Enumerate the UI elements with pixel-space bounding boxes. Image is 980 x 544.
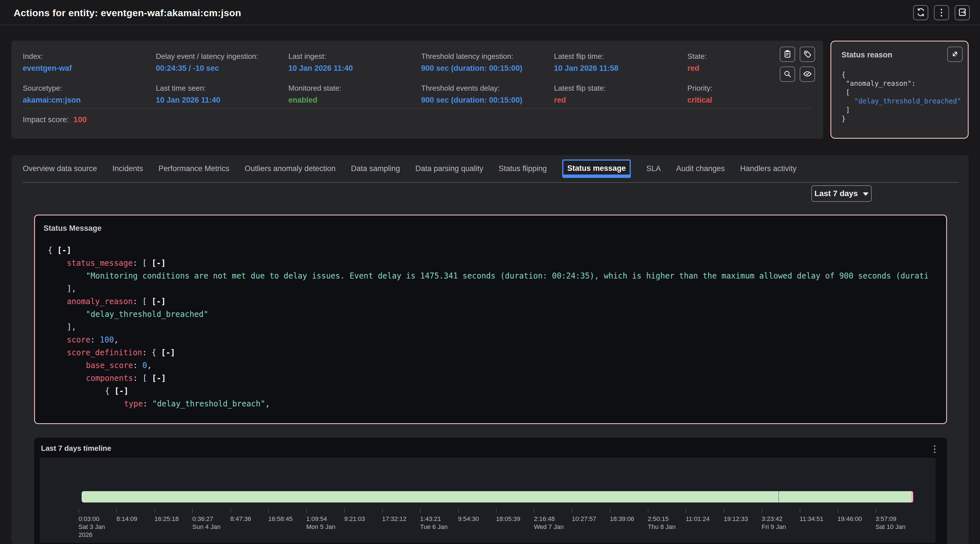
json-punc-token: {: [105, 386, 115, 395]
axis-tick: [686, 509, 686, 513]
json-punc-token: : [: [133, 259, 151, 268]
axis-tick: [458, 509, 459, 513]
json-collapse-toggle[interactable]: [-]: [152, 373, 166, 382]
field-value-sourcetype[interactable]: akamai:cm:json: [23, 96, 81, 105]
status-message-title: Status Message: [43, 224, 102, 233]
axis-tick-label: 2:50:15Thu 8 Jan: [648, 515, 676, 531]
axis-tick-label: 16:58:45: [268, 515, 293, 523]
field-monitored-state: Monitored state:enabled: [288, 84, 341, 105]
field-value-threshold-events-delay[interactable]: 900 sec (duration: 00:15:00): [421, 96, 522, 105]
more-options-button[interactable]: [934, 5, 949, 20]
field-value-last-time-seen[interactable]: 10 Jan 2026 11:40: [156, 96, 220, 105]
field-label: Latest flip state:: [554, 84, 606, 93]
timeline-menu-button[interactable]: [929, 443, 940, 455]
field-value-latest-flip-time[interactable]: 10 Jan 2026 11:58: [554, 64, 619, 73]
axis-tick-label: 9:21:03: [344, 515, 365, 523]
axis-tick-label: 0:03:00Sat 3 Jan2026: [78, 515, 105, 539]
field-value-latest-flip-state: red: [554, 96, 606, 105]
json-key-token: score_definition: [67, 348, 142, 357]
json-punc-token: ,: [114, 335, 119, 344]
json-str-token: "Monitoring conditions are not met due t…: [86, 271, 929, 280]
axis-tick-label: 8:47:36: [231, 515, 251, 523]
tab-audit-changes[interactable]: Audit changes: [676, 164, 725, 173]
tab-status-message[interactable]: Status message: [562, 159, 631, 178]
search-button[interactable]: [780, 67, 795, 82]
tab-performance-metrics[interactable]: Performance Metrics: [158, 164, 229, 173]
timeline-state-segment[interactable]: [780, 491, 911, 503]
axis-tick-label: 11:01:24: [686, 515, 710, 523]
axis-tick: [875, 509, 876, 513]
json-collapse-toggle[interactable]: [-]: [161, 348, 175, 357]
tab-divider: [23, 182, 958, 183]
timeline-segment-divider: [779, 491, 780, 503]
field-state: State:red: [687, 52, 707, 73]
json-line: {: [842, 70, 962, 79]
status-reason-title: Status reason: [842, 51, 892, 59]
field-label: Threshold latency ingestion:: [421, 52, 522, 61]
axis-tick: [648, 509, 648, 513]
axis-tick: [762, 509, 762, 513]
json-line: ],: [35, 282, 946, 295]
refresh-button[interactable]: [913, 5, 928, 20]
json-line: { [-]: [35, 385, 946, 397]
axis-tick: [78, 509, 79, 513]
json-punc-token: }: [842, 115, 845, 123]
tab-outliers-anomaly-detection[interactable]: Outliers anomaly detection: [245, 164, 336, 173]
axis-tick: [534, 509, 535, 513]
json-collapse-toggle[interactable]: [-]: [57, 246, 72, 255]
json-punc-token: : {: [142, 348, 161, 357]
json-collapse-toggle[interactable]: [-]: [151, 297, 166, 306]
axis-tick: [231, 509, 231, 513]
tab-overview-data-source[interactable]: Overview data source: [23, 164, 97, 173]
entity-action-buttons: [780, 47, 816, 82]
json-punc-token: [: [846, 89, 850, 96]
tag-button[interactable]: [800, 47, 815, 62]
axis-tick: [610, 509, 610, 513]
timeline-state-segment[interactable]: [911, 491, 913, 503]
tab-handlers-activity[interactable]: Handlers activity: [740, 164, 797, 173]
field-label: Priority:: [687, 84, 713, 93]
timeline-panel: Last 7 days timeline 0:03:00Sat 3 Jan202…: [34, 438, 947, 544]
json-punc-token: : [: [133, 297, 151, 306]
entity-detail-card: Overview data sourceIncidentsPerformance…: [11, 155, 969, 544]
time-range-dropdown[interactable]: Last 7 days: [811, 185, 872, 202]
field-latest-flip-time: Latest flip time:10 Jan 2026 11:58: [554, 52, 619, 73]
field-label: Latest flip time:: [554, 52, 619, 61]
tab-sla[interactable]: SLA: [646, 164, 661, 173]
field-value-delay-event-latency-ingestion[interactable]: 00:24:35 / -10 sec: [156, 64, 258, 73]
clipboard-button[interactable]: [780, 47, 795, 62]
eye-check-icon: [803, 69, 812, 79]
search-icon: [783, 70, 792, 79]
open-status-reason-button[interactable]: [947, 47, 963, 62]
kebab-menu-icon: [941, 9, 942, 16]
json-key-token: type: [124, 399, 143, 408]
json-line: }: [842, 114, 962, 123]
tab-incidents[interactable]: Incidents: [112, 164, 143, 173]
impact-score-label: Impact score:: [23, 116, 69, 124]
topbar-actions: [913, 5, 970, 20]
field-label: Delay event / latency ingestion:: [156, 52, 258, 61]
json-collapse-toggle[interactable]: [-]: [151, 259, 166, 268]
json-punc-token: : [: [133, 373, 152, 382]
field-value-index[interactable]: eventgen-waf: [23, 64, 72, 73]
axis-tick: [496, 509, 496, 513]
axis-tick-label: 16:25:18: [154, 515, 179, 523]
field-index: Index:eventgen-waf: [23, 52, 72, 73]
tab-status-flipping[interactable]: Status flipping: [498, 164, 547, 173]
json-str-token: "delay_threshold_breach": [152, 399, 265, 408]
field-value-last-ingest[interactable]: 10 Jan 2026 11:40: [288, 64, 353, 73]
exit-view-button[interactable]: [955, 5, 970, 20]
timeline-state-segment[interactable]: [82, 491, 779, 503]
field-value-threshold-latency-ingestion[interactable]: 900 sec (duration: 00:15:00): [421, 64, 522, 73]
tab-data-parsing-quality[interactable]: Data parsing quality: [415, 164, 484, 173]
timeline-chart[interactable]: 0:03:00Sat 3 Jan20268:14:0916:25:180:36:…: [40, 458, 935, 543]
tab-data-sampling[interactable]: Data sampling: [351, 164, 400, 173]
json-line: "delay_threshold_breached": [842, 97, 962, 106]
json-collapse-toggle[interactable]: [-]: [115, 386, 129, 395]
clipboard-icon: [783, 50, 792, 59]
watch-state-button[interactable]: [800, 67, 815, 82]
json-punc-token: ],: [67, 284, 76, 293]
json-num-token: 100: [100, 335, 114, 344]
axis-tick-label: 1:43:21Tue 6 Jan: [420, 515, 448, 531]
field-label: Last ingest:: [288, 52, 353, 61]
